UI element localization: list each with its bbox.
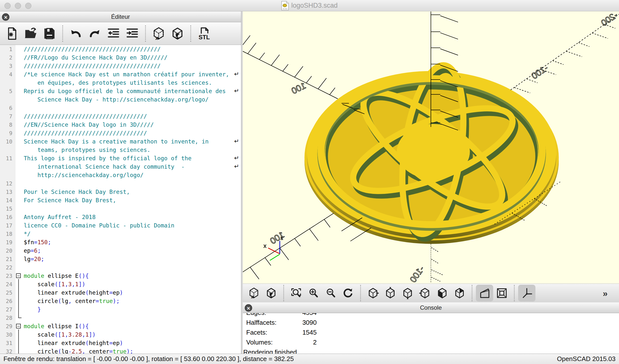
zoom-button[interactable] (25, 3, 31, 9)
toolbar-separator (145, 25, 146, 42)
toolbar-separator (190, 25, 191, 42)
code-line: 7//////////////////////////////////// (0, 112, 241, 121)
code-line: 28 (0, 314, 241, 322)
line-wrap-icon: ↵ (234, 87, 239, 94)
console-header: ✕ Console (243, 302, 619, 313)
code-line: 32 circle(lg-2.5, center=true); (0, 347, 241, 354)
svg-text:»: » (155, 34, 159, 40)
code-line: 4/*Le science Hack Day est un marathon c… (0, 70, 241, 79)
unindent-icon (106, 26, 121, 41)
view-back-icon (453, 287, 466, 299)
svg-text:STL: STL (199, 34, 210, 40)
code-line: 19$fn=150; (0, 238, 241, 246)
code-line: Science Hack Day - http://sciencehackday… (0, 95, 241, 104)
code-editor[interactable]: 1///////////////////////////////////////… (0, 45, 241, 354)
document-icon: SCAD (281, 1, 289, 10)
toolbar-separator (283, 285, 284, 301)
code-line: 23−module ellipse_E(){ (0, 272, 241, 280)
status-version-text: OpenSCAD 2015.03 (557, 355, 616, 363)
reset-view-button[interactable] (339, 285, 357, 302)
save-button[interactable] (40, 24, 59, 43)
code-line: 16Antony Auffret - 2018 (0, 213, 241, 221)
preview-button[interactable]: » (245, 285, 263, 302)
more-button[interactable]: » (599, 285, 617, 302)
code-line: 3///////////////////////////////////////… (0, 62, 241, 70)
view-front-button[interactable] (434, 285, 451, 302)
zoom-in-button[interactable] (305, 285, 322, 302)
editor-toolbar: »STL (0, 22, 241, 45)
code-line: 10Science Hack Day is a creative maratho… (0, 137, 241, 146)
view-bottom-button[interactable] (399, 285, 416, 302)
view-top-button[interactable] (382, 285, 399, 302)
code-line: 6 (0, 104, 241, 112)
minimize-button[interactable] (15, 3, 21, 9)
perspective-button[interactable] (476, 285, 493, 302)
svg-text:»: » (603, 288, 608, 298)
model-logo (305, 61, 559, 244)
right-pane: 100 100 x z -100 -200 -100 »» ✕ Console … (243, 11, 619, 354)
code-line: 22 (0, 263, 241, 272)
console-title: Console (420, 304, 442, 311)
axis-label-z: z (280, 235, 283, 241)
view-bottom-icon (401, 287, 414, 299)
open-button[interactable] (21, 24, 40, 43)
render-button[interactable] (168, 24, 187, 43)
toolbar-separator (514, 285, 515, 301)
axis-label-below-minus100: -100 (408, 264, 426, 283)
undo-button[interactable] (66, 24, 85, 43)
code-line: 26 circle(lg, center=true); (0, 297, 241, 305)
3d-viewport[interactable]: 100 100 x z -100 -200 -100 (243, 11, 619, 283)
code-line: 30 scale([1,3.28,1]) (0, 330, 241, 339)
code-line: 15 (0, 204, 241, 213)
code-line: 27 } (0, 305, 241, 314)
show-axes-button[interactable] (518, 285, 535, 302)
orthographic-button[interactable] (493, 285, 510, 302)
zoom-all-button[interactable] (287, 285, 305, 302)
indent-icon (125, 26, 139, 41)
view-back-button[interactable] (451, 285, 468, 302)
code-line: 1///////////////////////////////////////… (0, 45, 241, 53)
code-line: 21lg=20; (0, 255, 241, 263)
preview-button[interactable]: » (149, 24, 168, 43)
console-close-icon[interactable]: ✕ (245, 304, 252, 312)
console-log[interactable]: Edges:4554Halffacets:3090Facets:1545Volu… (243, 313, 619, 354)
console-line: Rendering finished. (243, 347, 619, 354)
more-icon: » (602, 287, 614, 299)
zoom-out-button[interactable] (322, 285, 339, 302)
view-left-icon (419, 287, 431, 299)
redo-icon (88, 26, 102, 41)
view-right-icon (367, 287, 379, 299)
code-line: en équipes, des prototypes utilisants le… (0, 79, 241, 87)
export-stl-icon: STL (197, 26, 211, 41)
code-line: 31 linear_extrude(height=ep) (0, 339, 241, 347)
export-stl-button[interactable]: STL (195, 24, 213, 43)
code-line: 17licence CC0 - Domaine Public - public … (0, 221, 241, 230)
close-button[interactable] (4, 3, 11, 9)
status-camera-text: Fenêtre de rendu: translation = [ -0.00 … (3, 355, 294, 363)
code-line: 14For Science Hack Day Brest, (0, 196, 241, 204)
perspective-icon (478, 287, 491, 299)
console-line: Halffacets:3090 (243, 318, 619, 327)
console-panel: ✕ Console Edges:4554Halffacets:3090Facet… (243, 302, 619, 354)
indent-button[interactable] (123, 24, 142, 43)
view-right-button[interactable] (364, 285, 382, 302)
editor-header: ✕ Éditeur (0, 11, 241, 22)
reset-view-icon (342, 287, 354, 299)
save-icon (42, 26, 57, 41)
new-file-button[interactable] (2, 24, 21, 43)
render-button[interactable] (263, 285, 280, 302)
traffic-lights (4, 0, 31, 11)
redo-button[interactable] (85, 24, 104, 43)
view-top-icon (384, 287, 397, 299)
code-line: 13Pour le Science Hack Day Brest, (0, 188, 241, 196)
editor-close-icon[interactable]: ✕ (2, 13, 9, 21)
unindent-button[interactable] (104, 24, 123, 43)
show-axes-icon (521, 287, 533, 299)
open-icon (23, 26, 38, 41)
code-line: 25 linear_extrude(height=ep) (0, 288, 241, 297)
code-line: teams, prototypes using sciences. (0, 146, 241, 154)
zoom-all-icon (290, 287, 302, 299)
view-left-button[interactable] (416, 285, 434, 302)
line-wrap-icon: ↵ (234, 71, 239, 78)
editor-title: Éditeur (111, 13, 130, 20)
